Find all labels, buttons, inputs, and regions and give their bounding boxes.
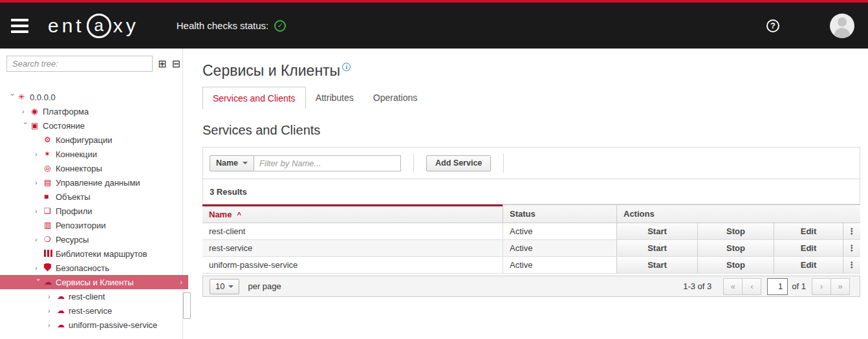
edit-button[interactable]: Edit <box>774 240 843 256</box>
column-header-status[interactable]: Status <box>503 204 616 223</box>
tab-operations[interactable]: Operations <box>363 87 427 109</box>
chevron-right-icon[interactable]: › <box>22 107 31 115</box>
tree-item[interactable]: ⚙Конфигурации <box>0 133 188 147</box>
logo-text-post: xy <box>113 15 139 37</box>
toolbar-divider <box>503 153 504 173</box>
tree-item[interactable]: ›☁Сервисы и Клиенты› <box>0 275 188 289</box>
tree-item[interactable]: ›☁uniform-passive-service <box>0 318 188 332</box>
tree-item[interactable]: ›☁rest-client <box>0 289 188 303</box>
tree-item[interactable]: ›▤Управление данными <box>0 175 188 190</box>
chevron-right-icon[interactable]: › <box>35 264 44 272</box>
next-page-button[interactable]: › <box>812 278 831 295</box>
tree-item[interactable]: ◎Коннекторы <box>0 161 188 175</box>
connections-icon: ✶ <box>44 150 56 158</box>
main-content: Сервисы и Клиентыi Services and Clients … <box>202 49 860 339</box>
row-menu-kebab-icon[interactable]: ⋮ <box>843 223 860 239</box>
first-page-button[interactable]: « <box>723 278 743 295</box>
start-button[interactable]: Start <box>616 257 697 273</box>
row-menu-kebab-icon[interactable]: ⋮ <box>843 257 860 273</box>
service-cloud-icon: ☁ <box>57 321 69 329</box>
tree-item-label: Профили <box>56 206 92 216</box>
chevron-right-icon[interactable]: › <box>35 207 44 215</box>
cell-status: Active <box>503 240 616 256</box>
page-size-value: 10 <box>215 281 224 291</box>
add-service-button[interactable]: Add Service <box>426 155 491 171</box>
table-body: rest-clientActiveStartStopEdit⋮rest-serv… <box>202 223 860 274</box>
chevron-right-icon[interactable]: › <box>35 150 44 158</box>
filter-panel: Name Add Service 3 Results <box>202 147 860 204</box>
results-range-label: 1-3 of 3 <box>683 281 711 291</box>
prev-page-button[interactable]: ‹ <box>742 278 761 295</box>
sidebar-scrollbar-thumb[interactable] <box>183 292 191 319</box>
edit-button[interactable]: Edit <box>774 223 843 239</box>
tree-item[interactable]: ›❏Профили <box>0 204 188 218</box>
chevron-down-icon[interactable]: › <box>9 93 17 102</box>
tab-attributes[interactable]: Attributes <box>306 87 363 109</box>
sort-asc-icon: ^ <box>237 211 241 219</box>
help-icon[interactable]: ? <box>766 19 779 32</box>
chevron-right-icon[interactable]: › <box>48 292 57 300</box>
last-page-button[interactable]: » <box>830 278 850 295</box>
services-table: Name ^ Status Actions rest-clientActiveS… <box>202 204 860 274</box>
connectors-icon: ◎ <box>44 164 56 172</box>
chevron-right-icon[interactable]: › <box>48 307 57 314</box>
chevron-down-icon[interactable]: › <box>22 122 30 131</box>
chevron-right-icon[interactable]: › <box>35 179 44 186</box>
tree-item[interactable]: ›◉Платформа <box>0 104 188 118</box>
edit-button[interactable]: Edit <box>774 257 843 273</box>
expand-all-icon[interactable]: ⊞ <box>158 59 166 69</box>
cell-status: Active <box>503 223 616 239</box>
profiles-icon: ❏ <box>44 207 56 215</box>
chevron-right-icon: › <box>180 278 182 286</box>
chevron-right-icon[interactable]: › <box>48 321 57 329</box>
search-tree-input[interactable] <box>6 56 153 72</box>
stop-button[interactable]: Stop <box>697 223 774 239</box>
tree-item[interactable]: ›▣Состояние <box>0 118 188 133</box>
row-menu-kebab-icon[interactable]: ⋮ <box>843 240 860 256</box>
tree-item-label: rest-client <box>69 292 105 301</box>
start-button[interactable]: Start <box>616 240 697 256</box>
tree-item[interactable]: ›✶Коннекции <box>0 147 188 161</box>
cell-name: rest-client <box>202 223 503 239</box>
chevron-down-icon <box>243 162 248 167</box>
tree-item-label: Состояние <box>43 121 85 131</box>
column-header-name[interactable]: Name ^ <box>202 204 503 223</box>
tree-item[interactable]: ›☁rest-service <box>0 303 188 318</box>
table-row: rest-clientActiveStartStopEdit⋮ <box>202 223 860 240</box>
chevron-right-icon[interactable]: › <box>35 235 44 243</box>
user-avatar[interactable] <box>830 14 854 38</box>
per-page-label: per page <box>248 281 281 291</box>
entaxy-logo: ent a xy <box>48 14 139 38</box>
tree-item[interactable]: Библиотеки маршрутов <box>0 246 188 261</box>
tree-item[interactable]: ■Объекты <box>0 190 188 204</box>
filter-by-name-input[interactable] <box>254 155 401 171</box>
stop-button[interactable]: Stop <box>697 240 774 256</box>
info-icon[interactable]: i <box>342 63 351 71</box>
page-title-text: Сервисы и Клиенты <box>202 62 340 79</box>
avatar-head <box>838 17 847 27</box>
table-row: uniform-passive-serviceActiveStartStopEd… <box>202 257 860 274</box>
section-title: Services and Clients <box>202 123 860 138</box>
collapse-all-icon[interactable]: ⊟ <box>171 59 180 69</box>
tree-item[interactable]: ›Безопасность <box>0 261 188 275</box>
cell-status: Active <box>503 257 616 273</box>
tree-item-label: Ресурсы <box>56 235 89 245</box>
services-cloud-icon: ☁ <box>44 278 56 286</box>
app-header: ent a xy Health checks status: ✓ ? <box>0 0 868 49</box>
tree-item-label: Сервисы и Клиенты <box>56 278 133 287</box>
chevron-down-icon[interactable]: › <box>35 278 43 287</box>
objects-cube-icon: ■ <box>44 193 56 201</box>
stop-button[interactable]: Stop <box>697 257 774 273</box>
chevron-down-icon <box>228 285 233 290</box>
tree-item-label: Безопасность <box>56 263 109 273</box>
tree-item[interactable]: ›✳0.0.0.0 <box>0 90 188 104</box>
tree-item[interactable]: ›❍Ресурсы <box>0 232 188 246</box>
hamburger-menu-icon[interactable] <box>11 19 28 33</box>
security-shield-icon <box>44 263 56 273</box>
page-size-dropdown[interactable]: 10 <box>210 279 239 294</box>
filter-field-dropdown[interactable]: Name <box>210 155 254 171</box>
start-button[interactable]: Start <box>616 223 697 239</box>
tab-services-and-clients[interactable]: Services and Clients <box>202 87 306 109</box>
current-page-input[interactable] <box>767 278 788 295</box>
tree-item[interactable]: ▥Репозитории <box>0 218 188 232</box>
